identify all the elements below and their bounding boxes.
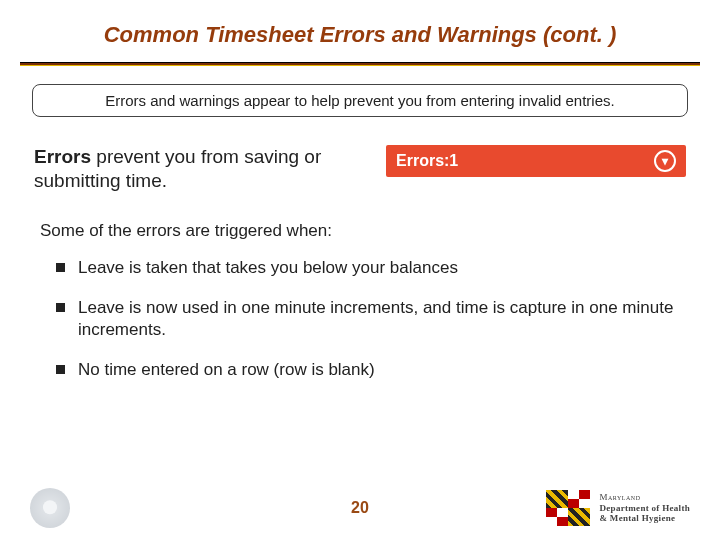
department-label: Maryland Department of Health & Mental H… (600, 492, 690, 523)
error-banner-text: Errors:1 (396, 152, 458, 170)
page-number: 20 (351, 499, 369, 517)
lead-strong: Errors (34, 146, 91, 167)
error-count: 1 (449, 152, 458, 169)
sub-intro: Some of the errors are triggered when: (40, 221, 686, 241)
lead-text: Errors prevent you from saving or submit… (34, 145, 366, 193)
list-item: Leave is taken that takes you below your… (56, 257, 686, 279)
list-item: No time entered on a row (row is blank) (56, 359, 686, 381)
dept-line1: Maryland (600, 492, 690, 502)
list-item: Leave is now used in one minute incremen… (56, 297, 686, 341)
maryland-flag-icon (546, 490, 590, 526)
slide-title: Common Timesheet Errors and Warnings (co… (0, 0, 720, 62)
dept-line3: & Mental Hygiene (600, 513, 690, 523)
callout-box: Errors and warnings appear to help preve… (32, 84, 688, 117)
title-divider (20, 62, 700, 66)
footer: 20 Maryland Department of Health & Menta… (0, 476, 720, 540)
chevron-down-icon: ▾ (654, 150, 676, 172)
error-banner: Errors:1 ▾ (386, 145, 686, 177)
error-label: Errors: (396, 152, 449, 169)
lead-row: Errors prevent you from saving or submit… (34, 145, 686, 193)
seal-icon (30, 488, 70, 528)
footer-right: Maryland Department of Health & Mental H… (546, 490, 690, 526)
error-list: Leave is taken that takes you below your… (34, 257, 686, 381)
dept-line2: Department of Health (600, 503, 690, 513)
